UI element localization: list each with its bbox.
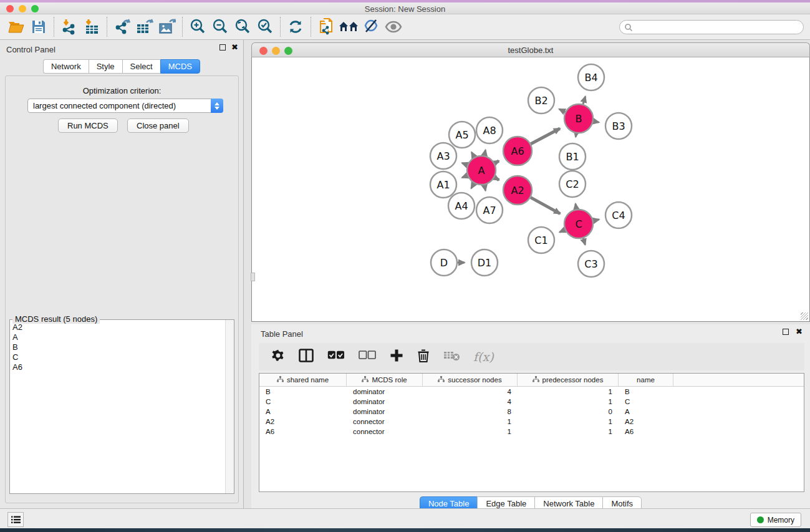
show-graphics-details-icon[interactable] (382, 16, 405, 37)
cell-predecessor-nodes[interactable]: 1 (518, 417, 619, 427)
close-table-panel-icon[interactable]: ✖ (796, 329, 803, 335)
tab-network[interactable]: Network (43, 59, 89, 74)
table-row[interactable]: Adominator80A (259, 407, 804, 417)
column-header-predecessor-nodes[interactable]: predecessor nodes (518, 374, 619, 386)
edge-B-B2[interactable] (559, 109, 566, 112)
cell-MCDS-role[interactable]: connector (347, 417, 423, 427)
result-list-item[interactable]: B (12, 342, 225, 352)
refresh-icon[interactable] (284, 16, 307, 37)
optimization-criterion-select[interactable]: largest connected component (directed) (27, 99, 223, 113)
hide-graphics-details-icon[interactable] (360, 16, 382, 37)
edge-A-A4[interactable] (471, 183, 475, 188)
edge-A-A8[interactable] (485, 150, 486, 155)
export-table-icon[interactable] (133, 16, 156, 37)
splitter-handle-left[interactable] (251, 273, 255, 281)
cell-predecessor-nodes[interactable]: 1 (518, 387, 619, 397)
tab-mcds[interactable]: MCDS (160, 59, 200, 74)
zoom-selected-icon[interactable] (254, 16, 276, 37)
run-mcds-button[interactable]: Run MCDS (58, 118, 118, 133)
export-network-icon[interactable] (111, 16, 133, 37)
cell-successor-nodes[interactable]: 1 (423, 417, 518, 427)
cell-successor-nodes[interactable]: 4 (423, 387, 518, 397)
result-list-item[interactable]: A2 (12, 322, 225, 332)
tab-select[interactable]: Select (122, 59, 160, 74)
window-resize-grip[interactable] (801, 312, 808, 320)
edge-A-A5[interactable] (471, 152, 474, 157)
save-session-icon[interactable] (27, 16, 50, 37)
deselect-all-checkboxes-icon[interactable] (359, 351, 376, 363)
task-history-button[interactable] (7, 512, 24, 527)
cell-predecessor-nodes[interactable]: 1 (518, 397, 619, 407)
result-list-scrollbar[interactable] (225, 320, 234, 493)
cell-shared-name[interactable]: B (259, 387, 347, 397)
select-stepper[interactable] (211, 99, 223, 113)
table-options-gear-icon[interactable] (271, 349, 285, 365)
edge-B-B3[interactable] (594, 121, 599, 122)
cell-successor-nodes[interactable]: 8 (423, 407, 518, 417)
edge-C-C1[interactable] (559, 230, 565, 233)
new-network-from-selection-icon[interactable] (315, 16, 337, 37)
column-header-shared-name[interactable]: shared name (259, 374, 347, 386)
cell-shared-name[interactable]: C (259, 397, 347, 407)
zoom-fit-icon[interactable] (231, 16, 254, 37)
cell-MCDS-role[interactable]: dominator (347, 387, 423, 397)
cell-successor-nodes[interactable]: 1 (423, 427, 518, 437)
tab-style[interactable]: Style (89, 59, 122, 74)
table-body[interactable]: Bdominator41BCdominator41CAdominator80AA… (259, 387, 804, 437)
edge-A-A1[interactable] (462, 175, 468, 177)
select-all-checkboxes-icon[interactable] (327, 351, 345, 363)
edge-A-A6[interactable] (494, 161, 499, 163)
cell-successor-nodes[interactable]: 4 (423, 397, 518, 407)
result-list-item[interactable]: A6 (12, 362, 225, 372)
delete-table-icon[interactable] (443, 350, 460, 364)
cell-predecessor-nodes[interactable]: 1 (518, 427, 619, 437)
cell-predecessor-nodes[interactable]: 0 (518, 407, 619, 417)
import-network-icon[interactable] (58, 16, 80, 37)
cell-name[interactable]: C (619, 397, 673, 407)
table-row[interactable]: A6connector11A6 (259, 427, 804, 437)
table-row[interactable]: Bdominator41B (259, 387, 804, 397)
edge-B-B4[interactable] (583, 97, 586, 104)
edge-B-B1[interactable] (576, 133, 576, 137)
show-column-icon[interactable] (299, 349, 314, 365)
network-canvas[interactable]: B4B2BB3A8A5A6A3B1AA1C2A2A4A7C4CC1C3DD1 (251, 57, 810, 322)
result-list-item[interactable]: A (12, 332, 225, 342)
edge-C-C4[interactable] (593, 220, 599, 221)
edge-A2-C[interactable] (531, 198, 560, 214)
cell-MCDS-role[interactable]: dominator (347, 407, 423, 417)
table-row[interactable]: A2connector11A2 (259, 417, 804, 427)
float-table-panel-icon[interactable] (783, 329, 789, 335)
edge-A-A7[interactable] (485, 185, 486, 191)
add-column-icon[interactable] (390, 349, 403, 365)
export-image-icon[interactable] (156, 16, 178, 37)
edge-C-C2[interactable] (576, 204, 576, 210)
delete-columns-icon[interactable] (417, 349, 430, 365)
edge-A-A2[interactable] (494, 178, 499, 180)
memory-button[interactable]: Memory (750, 513, 801, 527)
table-header-row[interactable]: shared nameMCDS rolesuccessor nodesprede… (259, 374, 804, 387)
cell-name[interactable]: A6 (619, 427, 673, 437)
column-header-successor-nodes[interactable]: successor nodes (423, 374, 518, 386)
cell-MCDS-role[interactable]: connector (347, 427, 423, 437)
network-graph[interactable]: B4B2BB3A8A5A6A3B1AA1C2A2A4A7C4CC1C3DD1 (252, 57, 809, 321)
cell-MCDS-role[interactable]: dominator (347, 397, 423, 407)
result-list-item[interactable]: C (12, 352, 225, 362)
column-header-name[interactable]: name (619, 374, 673, 386)
cell-name[interactable]: A2 (619, 417, 673, 427)
zoom-in-icon[interactable] (186, 16, 209, 37)
column-header-MCDS-role[interactable]: MCDS role (347, 374, 423, 386)
cell-name[interactable]: A (619, 407, 673, 417)
search-field[interactable] (619, 20, 804, 34)
open-file-icon[interactable] (5, 16, 27, 37)
cell-shared-name[interactable]: A6 (259, 427, 347, 437)
search-input[interactable] (633, 23, 803, 32)
import-table-icon[interactable] (80, 16, 103, 37)
float-panel-icon[interactable] (219, 44, 226, 51)
cell-shared-name[interactable]: A (259, 407, 347, 417)
zoom-out-icon[interactable] (209, 16, 231, 37)
edge-A-A3[interactable] (462, 163, 468, 165)
cell-shared-name[interactable]: A2 (259, 417, 347, 427)
mcds-result-list[interactable]: A2ABCA6 (10, 321, 225, 492)
network-window-titlebar[interactable]: testGlobe.txt (251, 42, 810, 57)
node-table[interactable]: shared nameMCDS rolesuccessor nodesprede… (259, 373, 804, 492)
